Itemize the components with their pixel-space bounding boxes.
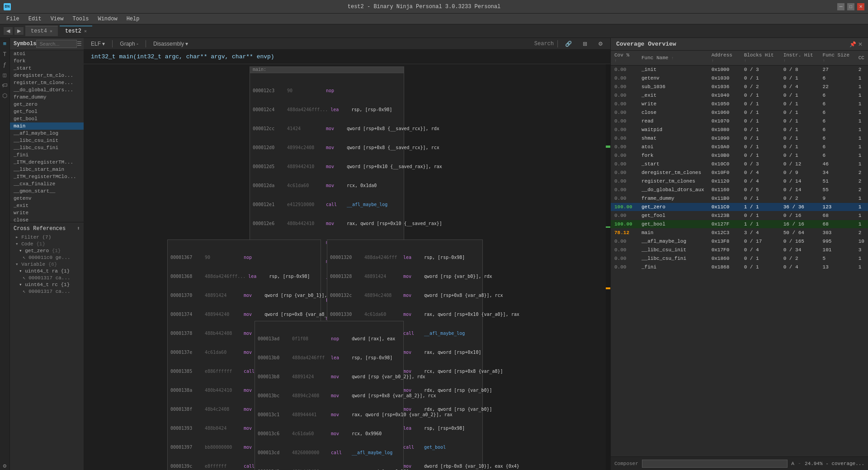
symbol-itm-deregister[interactable]: _ITM_deregisterTM... (10, 159, 84, 166)
xrefs-uint64-item[interactable]: ▾ uint64_t ra {1} (12, 268, 82, 274)
close-button[interactable]: ✕ (857, 3, 864, 10)
maximize-button[interactable]: □ (847, 3, 854, 10)
tab-test4-close[interactable]: ✕ (50, 28, 52, 34)
coverage-row[interactable]: 0.00 read 0x1070 0 / 1 0 / 1 6 1 (611, 117, 868, 126)
coverage-row[interactable]: 0.00 getenv 0x1030 0 / 1 0 / 1 6 1 (611, 74, 868, 83)
xrefs-export-icon[interactable]: ⬆ (77, 225, 80, 232)
coverage-row[interactable]: 0.00 _exit 0x1040 0 / 1 0 / 1 6 1 (611, 91, 868, 100)
hex-icon[interactable]: ⬡ (1, 92, 9, 100)
coverage-row[interactable]: 0.00 frame_dummy 0x11B0 0 / 1 0 / 2 9 1 (611, 194, 868, 203)
tab-test4[interactable]: test4 ✕ (25, 26, 58, 36)
menu-view[interactable]: View (46, 15, 68, 23)
xrefs-uint64-ref[interactable]: ↖ 00001317 ca... (12, 274, 82, 281)
symbol-itm-register[interactable]: _ITM_registerTMClo... (10, 173, 84, 180)
symbol-atoi[interactable]: atoi (10, 50, 84, 57)
coverage-pin-button[interactable]: 📌 (849, 41, 856, 47)
tab-test2[interactable]: test2 ✕ (60, 26, 92, 36)
symbols-icon[interactable]: ≡ (1, 40, 9, 48)
xrefs-variable-label[interactable]: ▾ Variable {6} (12, 261, 82, 268)
coverage-row[interactable]: 0.00 __afl_maybe_log 0x13F8 0 / 17 0 / 1… (611, 237, 868, 246)
type-icon[interactable]: T (1, 50, 9, 58)
xrefs-get-zero-ref[interactable]: ↖ 000011c0 ge... (12, 254, 82, 261)
xrefs-code-label[interactable]: ▾ Code {1} (12, 240, 82, 247)
link-icon-button[interactable]: 🔗 (561, 40, 576, 48)
symbol-get-fool[interactable]: get_fool (10, 108, 84, 115)
settings-icon[interactable]: ⚙ (1, 462, 9, 470)
menu-window[interactable]: Window (93, 15, 122, 23)
coverage-row[interactable]: 100.00 get_zero 0x11C0 1 / 1 36 / 36 123… (611, 203, 868, 212)
coverage-row[interactable]: 0.00 atoi 0x10A0 0 / 1 0 / 1 6 1 (611, 143, 868, 151)
col-address[interactable]: Address ↑ (708, 51, 741, 66)
disassembly-button[interactable]: Disassembly ▾ (150, 40, 192, 48)
elf-dropdown-button[interactable]: ELF ▾ (87, 40, 108, 48)
xrefs-uint64-2-ref[interactable]: ↖ 00001317 ca... (12, 288, 82, 295)
coverage-row[interactable]: 0.00 sub_1036 0x1036 0 / 2 0 / 4 22 1 (611, 83, 868, 91)
col-instr-hit[interactable]: Instr. Hit ↑ (780, 51, 819, 66)
graph-canvas[interactable]: main: 000012c390nop 000012c4488da4246fff… (84, 64, 610, 470)
coverage-row[interactable]: 0.00 fork 0x10B0 0 / 1 0 / 1 6 1 (611, 151, 868, 160)
coverage-row[interactable]: 0.00 _start 0x10C0 0 / 3 0 / 12 46 1 (611, 160, 868, 169)
symbol-fork[interactable]: fork (10, 57, 84, 65)
coverage-row[interactable]: 100.00 get_bool 0x127F 1 / 1 16 / 16 68 … (611, 220, 868, 229)
symbol-write[interactable]: write (10, 209, 84, 216)
symbol-deregister[interactable]: deregister_tm_clo... (10, 72, 84, 79)
coverage-row[interactable]: 0.00 shmat 0x1090 0 / 1 0 / 1 6 1 (611, 134, 868, 143)
coverage-row[interactable]: 0.00 waitpid 0x1080 0 / 1 0 / 1 6 1 (611, 126, 868, 134)
layers-icon[interactable]: ◫ (1, 71, 9, 79)
symbol-getenv[interactable]: getenv (10, 195, 84, 202)
xrefs-uint64-2-item[interactable]: ▾ uint64_t rc {1} (12, 281, 82, 288)
xrefs-get-zero-item[interactable]: ▾ get_zero {1} (12, 247, 82, 254)
symbol-exit[interactable]: _exit (10, 202, 84, 209)
symbol-get-bool[interactable]: get_bool (10, 115, 84, 122)
symbol-frame-dummy[interactable]: frame_dummy (10, 94, 84, 101)
coverage-row[interactable]: 0.00 close 0x1060 0 / 1 0 / 1 6 1 (611, 108, 868, 117)
tab-back-button[interactable]: ◀ (4, 27, 13, 35)
symbol-register[interactable]: register_tm_clone... (10, 79, 84, 86)
coverage-row[interactable]: 0.00 __libc_csu_init 0x17F0 0 / 4 0 / 34… (611, 246, 868, 254)
col-func-size[interactable]: Func Size ↑ (819, 51, 855, 66)
menu-tools[interactable]: Tools (68, 15, 93, 23)
symbol-afl-maybe-log[interactable]: __afl_maybe_log (10, 130, 84, 137)
coverage-row[interactable]: 0.00 _fini 0x1868 0 / 1 0 / 4 13 1 (611, 263, 868, 272)
coverage-row[interactable]: 0.00 deregister_tm_clones 0x10F0 0 / 4 0… (611, 169, 868, 177)
composer-input[interactable] (642, 460, 788, 468)
coverage-table[interactable]: Cov % ↑ Func Name ↑ Address ↑ Blocks Hit… (611, 51, 868, 456)
col-cov-pct[interactable]: Cov % ↑ (611, 51, 638, 66)
coverage-row[interactable]: 0.00 get_fool 0x123B 0 / 1 0 / 16 68 1 (611, 212, 868, 220)
coverage-row[interactable]: 0.00 register_tm_clones 0x1120 0 / 4 0 /… (611, 177, 868, 186)
col-func-name[interactable]: Func Name ↑ (638, 51, 708, 66)
graph-node-13ad[interactable]: 000013ad0f1f08nopdword [rax], eax 000013… (255, 321, 404, 470)
symbols-menu-icon[interactable]: ☰ (77, 41, 82, 47)
menu-help[interactable]: Help (122, 15, 144, 23)
tab-forward-button[interactable]: ▶ (14, 27, 24, 35)
symbol-gmon-start[interactable]: __gmon_start__ (10, 188, 84, 195)
symbol-fini[interactable]: _fini (10, 151, 84, 159)
col-cc[interactable]: CC (855, 51, 868, 66)
coverage-close-button[interactable]: ✕ (858, 41, 863, 47)
coverage-row[interactable]: 0.00 __do_global_dtors_aux 0x1160 0 / 5 … (611, 186, 868, 194)
menu-edit[interactable]: Edit (24, 15, 46, 23)
xrefs-filter-label[interactable]: ▸ Filter (7) (12, 234, 82, 240)
symbol-libc-csu-fini[interactable]: __libc_csu_fini (10, 144, 84, 151)
symbols-list[interactable]: atoi fork _start deregister_tm_clo... re… (10, 50, 84, 222)
coverage-row[interactable]: 0.00 __libc_csu_fini 0x1860 0 / 1 0 / 2 … (611, 254, 868, 263)
symbol-main[interactable]: main (10, 122, 84, 130)
tab-test2-close[interactable]: ✕ (84, 28, 87, 34)
symbol-get-zero[interactable]: get_zero (10, 101, 84, 108)
symbol-libc-start-main[interactable]: __libc_start_main (10, 166, 84, 173)
minimize-button[interactable]: ─ (837, 3, 844, 10)
function-icon[interactable]: ƒ (1, 61, 9, 69)
tag-icon[interactable]: 🏷 (1, 81, 9, 89)
symbol-libc-csu-init[interactable]: __libc_csu_init (10, 137, 84, 144)
coverage-row[interactable]: 0.00 write 0x1050 0 / 1 0 / 1 6 1 (611, 100, 868, 108)
symbol-close[interactable]: close (10, 216, 84, 222)
menu-file[interactable]: File (2, 15, 24, 23)
coverage-row[interactable]: 0.00 _init 0x1000 0 / 3 0 / 8 27 2 (611, 66, 868, 74)
grid-icon-button[interactable]: ⊞ (579, 40, 591, 48)
settings-icon-button[interactable]: ⚙ (594, 40, 607, 48)
coverage-row[interactable]: 78.12 main 0x12C3 3 / 4 50 / 64 303 2 (611, 229, 868, 237)
symbol-cxa-finalize[interactable]: __cxa_finalize (10, 180, 84, 188)
symbols-search-input[interactable] (36, 40, 77, 48)
symbol-do-global[interactable]: __do_global_dtors... (10, 86, 84, 94)
col-blocks-hit[interactable]: Blocks Hit ↑ (741, 51, 780, 66)
